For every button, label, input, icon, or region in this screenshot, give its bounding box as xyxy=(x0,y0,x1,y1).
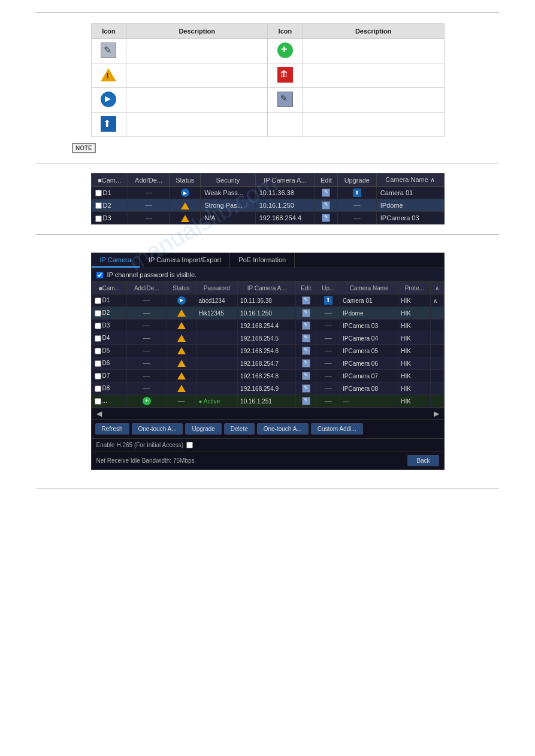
edit-btn-icon[interactable] xyxy=(302,372,310,380)
add-cell: — xyxy=(128,199,169,212)
edit-btn-icon[interactable] xyxy=(302,347,310,355)
cam-cell: D2 xyxy=(91,199,128,212)
edit-btn-icon[interactable] xyxy=(322,201,330,210)
scroll-left-btn[interactable]: ◀ xyxy=(94,409,104,418)
edit-small-icon xyxy=(277,92,293,107)
camera-name-cell: IPCamera 08 xyxy=(340,382,398,395)
delete-button[interactable]: Delete xyxy=(224,423,255,435)
edit-cell[interactable] xyxy=(315,199,338,212)
password-visible-checkbox[interactable] xyxy=(96,272,103,278)
add-cell: — xyxy=(126,320,167,332)
ip-cam-row[interactable]: D1—abcd123410.11.36.38Camera 01HIK∧ xyxy=(92,294,443,307)
upgrade-cell[interactable]: — xyxy=(316,382,340,395)
play-icon xyxy=(101,92,116,107)
edit-btn-icon[interactable] xyxy=(322,214,330,222)
one-touch-add-button[interactable]: One-touch A... xyxy=(132,423,183,435)
page-container: Icon Description Icon Description xyxy=(0,0,535,510)
upgrade-button[interactable]: Upgrade xyxy=(185,423,221,435)
refresh-button[interactable]: Refresh xyxy=(95,423,129,435)
edit-cell[interactable] xyxy=(315,212,338,224)
edit-btn-icon[interactable] xyxy=(302,296,310,305)
upgrade-cell[interactable]: — xyxy=(316,395,340,408)
edit-btn-icon[interactable] xyxy=(302,321,310,330)
tab-import-export[interactable]: IP Camera Import/Export xyxy=(140,253,230,268)
small-cam-row[interactable]: D2—Strong Pas...10.16.1.250—IPdome xyxy=(91,199,444,212)
ip-cell: 192.168.254.5 xyxy=(238,332,296,345)
edit-cell[interactable] xyxy=(296,320,316,332)
upgrade-cell[interactable]: — xyxy=(337,212,376,224)
icon-cell-upgrade xyxy=(91,113,126,137)
ip-cell: 10.16.1.251 xyxy=(238,395,296,408)
password-cell: ● Active xyxy=(196,395,238,408)
edit-cell[interactable] xyxy=(296,382,316,395)
edit-cell[interactable] xyxy=(296,395,316,408)
edit-cell[interactable] xyxy=(296,332,316,345)
ip-cam-row[interactable]: D3—192.168.254.4—IPCamera 03HIK xyxy=(92,320,443,332)
small-cam-row[interactable]: D3—N/A192.168.254.4—IPCamera 03 xyxy=(91,212,444,224)
ip-cam-row[interactable]: D8—192.168.254.9—IPCamera 08HIK xyxy=(92,382,443,395)
ip-cam-row[interactable]: D6—192.168.254.7—IPCamera 06HIK xyxy=(92,357,443,370)
add-green-icon xyxy=(277,42,293,58)
tab-ip-camera[interactable]: IP Camera xyxy=(92,253,140,268)
th-edit: Edit xyxy=(296,283,316,294)
upgrade-cell[interactable]: — xyxy=(316,332,340,345)
ip-cam-row[interactable]: D2—Hik1234510.16.1.250—IPdomeHIK xyxy=(92,307,443,320)
upgrade-cell[interactable] xyxy=(337,187,376,199)
cam-cell: D4 xyxy=(92,332,126,345)
ip-cam-row[interactable]: D7—192.168.254.8—IPCamera 07HIK xyxy=(92,370,443,382)
upgrade-cell[interactable] xyxy=(316,294,340,307)
col-status: Status xyxy=(170,174,201,187)
edit-btn-icon[interactable] xyxy=(302,359,310,368)
upgrade-cell[interactable]: — xyxy=(316,307,340,320)
security-cell: Strong Pas... xyxy=(201,199,255,212)
ip-cam-row[interactable]: D4—192.168.254.5—IPCamera 04HIK xyxy=(92,332,443,345)
tab-poe[interactable]: PoE Information xyxy=(230,253,295,268)
scroll-col xyxy=(431,357,443,370)
edit-btn-icon[interactable] xyxy=(302,334,310,342)
edit-cell[interactable] xyxy=(296,370,316,382)
protocol-cell: HIK xyxy=(398,320,431,332)
upgrade-btn-icon[interactable] xyxy=(324,296,333,305)
add-cell: — xyxy=(126,382,167,395)
ip-cam-row[interactable]: D5—192.168.254.6—IPCamera 05HIK xyxy=(92,345,443,357)
edit-cell[interactable] xyxy=(296,294,316,307)
delete-red-icon xyxy=(277,67,293,83)
password-cell: Hik12345 xyxy=(196,307,238,320)
status-cell xyxy=(167,345,196,357)
add-green-icon[interactable]: + xyxy=(143,397,151,405)
edit-cell[interactable] xyxy=(296,307,316,320)
camera-name-cell: IPCamera 06 xyxy=(340,357,398,370)
small-camera-table: ■Cam... Add/De... Status Security IP Cam… xyxy=(91,173,445,224)
edit-btn-icon[interactable] xyxy=(302,309,310,317)
edit-cell[interactable] xyxy=(315,187,338,199)
upgrade-cell[interactable]: — xyxy=(316,370,340,382)
small-cam-row[interactable]: D1—Weak Pass...10.11.36.38Camera 01 xyxy=(91,187,444,199)
back-button[interactable]: Back xyxy=(407,455,439,466)
edit-cell[interactable] xyxy=(296,357,316,370)
ip-cell: 192.168.254.9 xyxy=(238,382,296,395)
upgrade-cell[interactable]: — xyxy=(316,320,340,332)
h265-checkbox[interactable] xyxy=(186,442,193,448)
camera-table-scroll[interactable]: ■Cam... Add/De... Status Password IP Cam… xyxy=(92,282,444,408)
col-name: Camera Name ∧ xyxy=(376,174,444,187)
upgrade-btn-icon[interactable] xyxy=(353,189,361,197)
scroll-right-btn[interactable]: ▶ xyxy=(431,409,442,418)
edit-btn-icon[interactable] xyxy=(302,397,310,405)
ip-cam-row[interactable]: ...+—● Active10.16.1.251——HIK xyxy=(92,395,443,408)
upgrade-cell[interactable]: — xyxy=(316,345,340,357)
upgrade-cell[interactable]: — xyxy=(337,199,376,212)
one-touch-activate-button[interactable]: One-touch A... xyxy=(257,423,309,435)
cam-cell: D7 xyxy=(92,370,126,382)
security-cell: N/A xyxy=(201,212,255,224)
protocol-cell: HIK xyxy=(398,332,431,345)
col-security: Security xyxy=(201,174,255,187)
scroll-col xyxy=(431,320,443,332)
edit-btn-icon[interactable] xyxy=(322,189,330,197)
col-icon2: Icon xyxy=(267,24,303,39)
play-status-icon xyxy=(177,296,186,305)
custom-add-button[interactable]: Custom Addi... xyxy=(311,423,363,435)
edit-btn-icon[interactable] xyxy=(302,384,310,393)
ip-cell: 10.16.1.250 xyxy=(238,307,296,320)
upgrade-cell[interactable]: — xyxy=(316,357,340,370)
edit-cell[interactable] xyxy=(296,345,316,357)
